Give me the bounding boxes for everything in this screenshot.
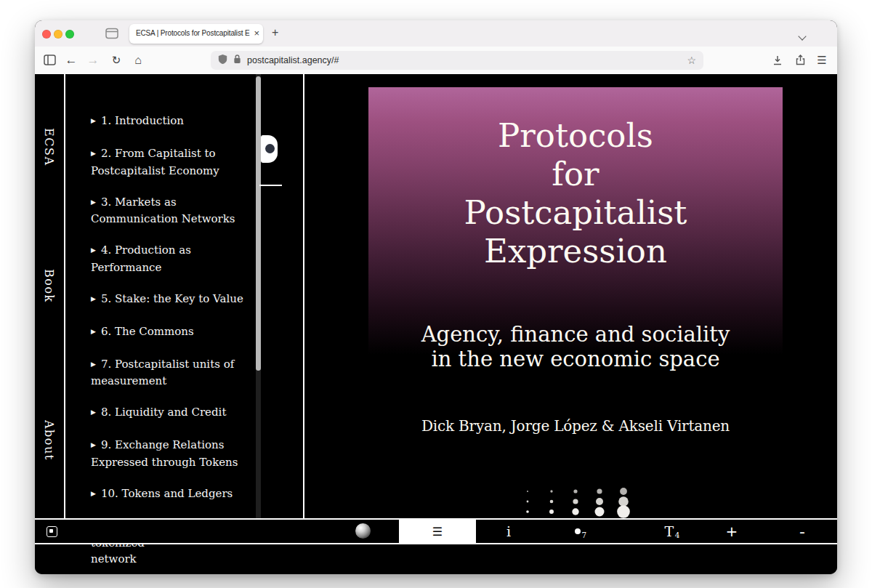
scrollbar-thumb[interactable]	[256, 76, 261, 371]
toc-item-label: 2. From Capitalist to Postcapitalist Eco…	[91, 147, 219, 177]
nav-link-ecsa[interactable]: ECSA	[43, 128, 56, 166]
toc-item[interactable]: ▶3. Markets as Communication Networks	[91, 195, 246, 227]
frame-button[interactable]	[44, 520, 60, 543]
toc-item[interactable]: ▶2. From Capitalist to Postcapitalist Ec…	[91, 146, 246, 179]
subtitle-line: in the new economic space	[368, 347, 783, 371]
lock-icon	[233, 54, 241, 67]
content-divider	[303, 74, 304, 518]
nav-link-about[interactable]: About	[43, 420, 56, 461]
book-title: Protocols for Postcapitalist Expression	[368, 87, 783, 270]
marker-line	[259, 185, 282, 186]
toc-item[interactable]: ▶7. Postcapitalist units of measurement	[91, 357, 246, 390]
toc-item[interactable]: ▶6. The Commons	[91, 324, 246, 342]
nav-link-book[interactable]: Book	[43, 269, 56, 303]
title-line: Expression	[368, 232, 783, 270]
title-line: Protocols	[368, 116, 783, 155]
bookmark-star-icon[interactable]: ☆	[687, 55, 696, 66]
tab-list-chevron-icon[interactable]	[799, 29, 805, 42]
page-content: ECSA Book About ▶1. Introduction▶2. From…	[35, 74, 837, 574]
toc-item-label: 3. Markets as Communication Networks	[91, 196, 235, 226]
new-tab-button[interactable]: +	[272, 26, 278, 39]
toc-item-label: 1. Introduction	[101, 114, 184, 127]
halftone-dots-graphic	[520, 486, 631, 519]
toc-arrow-icon: ▶	[91, 328, 96, 335]
tab-title: ECSA | Protocols for Postcapitalist E	[136, 29, 250, 37]
close-window-button[interactable]	[42, 30, 51, 39]
toc-item[interactable]: ▶4. Production as Performance	[91, 243, 246, 275]
toc-item-label: 7. Postcapitalist units of measurement	[91, 358, 234, 388]
toc-arrow-icon: ▶	[91, 295, 96, 302]
toc-item-label: 8. Liquidity and Credit	[101, 406, 227, 419]
toc-arrow-icon: ▶	[91, 361, 96, 368]
subtitle-line: Agency, finance and sociality	[368, 322, 783, 347]
browser-tab[interactable]: ECSA | Protocols for Postcapitalist E ×	[129, 24, 263, 44]
book-subtitle: Agency, finance and sociality in the new…	[368, 322, 783, 371]
toc-arrow-icon: ▶	[91, 246, 96, 254]
tab-close-icon[interactable]: ×	[254, 28, 259, 39]
forward-button[interactable]: →	[84, 47, 102, 73]
toc-menu-button[interactable]: ☰	[399, 520, 476, 543]
zoom-in-button[interactable]: +	[722, 520, 742, 543]
share-icon[interactable]	[791, 47, 809, 73]
tracking-shield-icon[interactable]	[218, 54, 227, 68]
reader-toolbar: ☰ i 7 T 4 + -	[35, 518, 837, 544]
sidebar-toggle-icon[interactable]	[41, 47, 58, 73]
toc-arrow-icon: ▶	[91, 117, 96, 124]
url-bar[interactable]: postcapitalist.agency/# ☆	[211, 51, 703, 70]
toc-arrow-icon: ▶	[91, 198, 96, 206]
text-size-button[interactable]: T 4	[661, 520, 683, 543]
toc-item[interactable]: ▶5. Stake: the Key to Value	[91, 291, 246, 309]
title-line: Postcapitalist	[368, 193, 783, 232]
minimize-window-button[interactable]	[54, 30, 62, 39]
toc-arrow-icon: ▶	[91, 408, 96, 416]
toc-item[interactable]: ▶1. Introduction	[91, 113, 246, 131]
navigation-bar: ← → ↻ ⌂ postcapitalist.agency/# ☆ ☰	[35, 47, 837, 75]
reload-button[interactable]: ↻	[108, 47, 125, 73]
scroll-marker[interactable]	[261, 135, 278, 163]
toc-arrow-icon: ▶	[91, 150, 96, 157]
toc-item-label: 10. Tokens and Ledgers	[101, 487, 233, 500]
zoom-out-button[interactable]: -	[792, 520, 812, 543]
text-size-label: T	[665, 523, 674, 539]
tab-bar: ECSA | Protocols for Postcapitalist E × …	[35, 20, 837, 47]
toc-item[interactable]: ▶9. Exchange Relations Expressed through…	[91, 438, 246, 470]
ecsa-logo-icon[interactable]	[355, 523, 371, 539]
maximize-window-button[interactable]	[65, 30, 74, 39]
toc-item[interactable]: ▶8. Liquidity and Credit	[91, 405, 246, 422]
text-size-value: 4	[675, 531, 680, 539]
toc-arrow-icon: ▶	[91, 490, 96, 497]
downloads-icon[interactable]	[769, 47, 786, 73]
app-menu-icon[interactable]: ☰	[813, 47, 831, 73]
title-line: for	[368, 155, 783, 193]
info-button[interactable]: i	[498, 520, 519, 543]
table-of-contents: ▶1. Introduction▶2. From Capitalist to P…	[64, 74, 256, 574]
dot-marker-button[interactable]: 7	[570, 520, 592, 543]
frame-icon	[47, 526, 57, 537]
toc-item-label: 6. The Commons	[101, 325, 194, 338]
toc-item-label: 4. Production as Performance	[91, 243, 191, 274]
toc-item-label: 9. Exchange Relations Expressed through …	[91, 438, 238, 469]
back-button[interactable]: ←	[62, 47, 80, 73]
book-cover: Protocols for Postcapitalist Expression …	[368, 87, 783, 518]
menu-icon: ☰	[432, 525, 443, 539]
tab-overview-icon[interactable]	[105, 28, 118, 42]
toc-item-label: 5. Stake: the Key to Value	[101, 292, 243, 305]
toc-scrollbar[interactable]	[256, 74, 261, 518]
dot-marker-count: 7	[581, 531, 586, 539]
home-button[interactable]: ⌂	[129, 47, 147, 73]
toc-item[interactable]: ▶10. Tokens and Ledgers	[91, 486, 246, 504]
browser-window: ECSA | Protocols for Postcapitalist E × …	[35, 20, 837, 574]
marker-dot-icon	[265, 144, 275, 153]
dot-icon	[575, 528, 581, 534]
book-authors: Dick Bryan, Jorge López & Akseli Virtane…	[368, 417, 783, 435]
url-text[interactable]: postcapitalist.agency/#	[247, 55, 339, 65]
toc-arrow-icon: ▶	[91, 441, 96, 448]
